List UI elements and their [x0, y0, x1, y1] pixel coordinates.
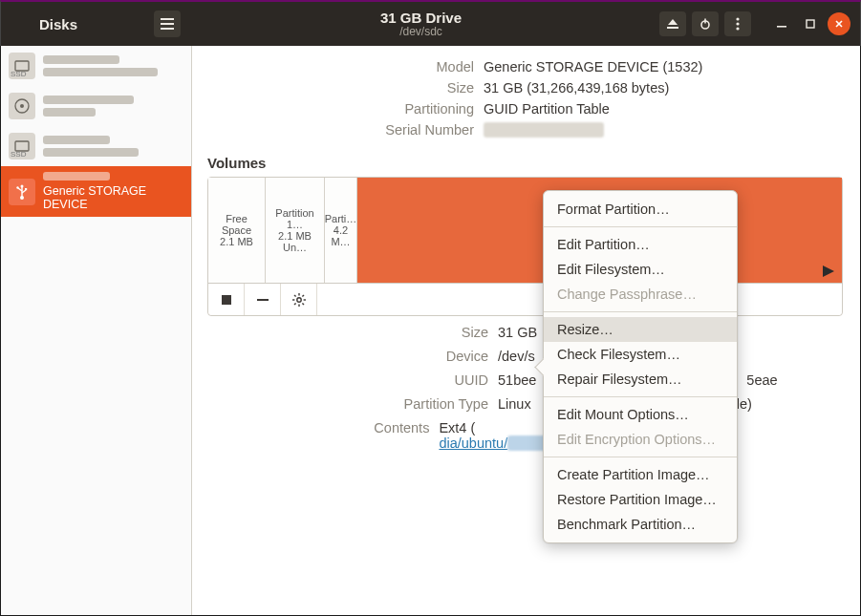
menu-separator	[544, 396, 737, 397]
close-icon	[834, 19, 844, 29]
value-vol-size: 31 GB	[498, 325, 537, 340]
vol-sublabel: 2.1 MB	[220, 236, 253, 247]
svg-rect-4	[667, 27, 678, 29]
svg-point-16	[20, 104, 24, 108]
label-vol-uuid: UUID	[192, 372, 498, 388]
volume-settings-button[interactable]	[281, 284, 317, 315]
drive-subtitle: /dev/sdc	[192, 25, 650, 38]
unmount-button[interactable]	[208, 284, 245, 315]
sidebar-item-selected[interactable]: Generic STORAGE DEVICE	[1, 166, 191, 217]
mounted-indicator-icon	[823, 266, 834, 277]
volume-partition-small[interactable]: Parti… 4.2 M…	[325, 178, 357, 283]
value-vol-uuid-post: 5eae	[746, 372, 777, 388]
svg-point-7	[736, 17, 739, 20]
menu-check-filesystem[interactable]: Check Filesystem…	[544, 342, 737, 367]
label-vol-device: Device	[192, 349, 498, 364]
window-close-button[interactable]	[828, 12, 850, 35]
value-vol-device: /dev/s	[498, 349, 535, 364]
menu-benchmark-partition[interactable]: Benchmark Partition…	[544, 512, 737, 537]
value-model: Generic STORAGE DEVICE (1532)	[484, 59, 702, 74]
maximize-icon	[806, 19, 815, 29]
content-pane: ModelGeneric STORAGE DEVICE (1532) Size3…	[192, 46, 860, 615]
volume-free-space[interactable]: Free Space 2.1 MB	[208, 178, 266, 283]
power-icon	[700, 18, 711, 30]
value-partitioning: GUID Partition Table	[484, 101, 610, 117]
menu-change-passphrase: Change Passphrase…	[544, 282, 737, 307]
volume-context-menu: Format Partition… Edit Partition… Edit F…	[543, 190, 738, 543]
sidebar-item[interactable]	[1, 86, 191, 126]
menu-edit-mount-options[interactable]: Edit Mount Options…	[544, 402, 737, 427]
minus-icon	[257, 299, 269, 301]
eject-icon	[667, 18, 678, 30]
menu-edit-filesystem[interactable]: Edit Filesystem…	[544, 257, 737, 282]
menu-resize[interactable]: Resize…	[544, 317, 737, 342]
svg-marker-3	[668, 19, 678, 25]
ssd-icon: SSD	[9, 53, 35, 79]
kebab-icon	[736, 17, 740, 31]
sidebar-item[interactable]: SSD	[1, 46, 191, 86]
svg-rect-6	[704, 19, 706, 24]
label-partitioning: Partitioning	[192, 101, 484, 117]
value-vol-contents-pre: Ext4 (	[439, 420, 475, 435]
disc-icon	[9, 93, 35, 119]
menu-restore-partition-image[interactable]: Restore Partition Image…	[544, 487, 737, 512]
hamburger-menu-button[interactable]	[154, 11, 181, 37]
gear-icon	[292, 293, 306, 307]
svg-rect-1	[161, 23, 174, 25]
value-vol-ptype-post: le)	[737, 396, 752, 412]
vol-label: Partition 1…	[268, 207, 322, 230]
svg-line-35	[302, 295, 304, 297]
label-serial: Serial Number	[192, 122, 484, 138]
delete-partition-button[interactable]	[245, 284, 281, 315]
drive-title: 31 GB Drive	[192, 10, 650, 26]
window-maximize-button[interactable]	[799, 12, 822, 35]
menu-format-partition[interactable]: Format Partition…	[544, 197, 737, 222]
volumes-box: Free Space 2.1 MB Partition 1… 2.1 MB Un…	[207, 177, 843, 316]
menu-separator	[544, 226, 737, 227]
value-size: 31 GB (31,266,439,168 bytes)	[484, 80, 669, 96]
app-title: Disks	[39, 16, 77, 32]
svg-line-34	[302, 303, 304, 305]
more-actions-button[interactable]	[724, 11, 751, 36]
header-bar: Disks 31 GB Drive /dev/sdc	[0, 0, 861, 46]
svg-rect-23	[25, 188, 27, 190]
svg-marker-25	[823, 266, 834, 277]
svg-point-28	[296, 297, 300, 301]
svg-rect-2	[161, 28, 174, 30]
stop-icon	[222, 295, 231, 305]
menu-separator	[544, 457, 737, 457]
ssd-icon: SSD	[9, 133, 35, 159]
power-button[interactable]	[692, 11, 719, 36]
volume-partition1[interactable]: Partition 1… 2.1 MB Un…	[266, 178, 325, 283]
menu-edit-encryption-options: Edit Encryption Options…	[544, 427, 737, 452]
vol-sublabel: 2.1 MB Un…	[268, 230, 322, 253]
svg-rect-10	[777, 26, 786, 28]
menu-separator	[544, 311, 737, 312]
svg-line-36	[294, 303, 296, 305]
svg-rect-0	[161, 18, 174, 20]
menu-repair-filesystem[interactable]: Repair Filesystem…	[544, 367, 737, 392]
svg-point-24	[16, 186, 18, 188]
device-sidebar: SSD SSD Generic STORAGE DEVICE	[1, 46, 192, 615]
sidebar-item-label: Generic STORAGE DEVICE	[43, 184, 183, 211]
label-vol-ptype: Partition Type	[192, 396, 498, 412]
label-model: Model	[192, 59, 484, 74]
svg-rect-26	[222, 295, 231, 305]
minimize-icon	[777, 19, 786, 29]
vol-label: Parti…	[325, 213, 357, 224]
svg-rect-11	[807, 20, 814, 28]
label-size: Size	[192, 80, 484, 96]
mount-point-link[interactable]: dia/ubuntu/	[439, 435, 507, 451]
volumes-heading: Volumes	[207, 155, 845, 171]
value-vol-uuid-pre: 51bee	[498, 372, 536, 388]
value-vol-ptype-pre: Linux	[498, 396, 531, 412]
menu-create-partition-image[interactable]: Create Partition Image…	[544, 462, 737, 487]
menu-edit-partition[interactable]: Edit Partition…	[544, 232, 737, 257]
svg-line-33	[294, 295, 296, 297]
window-minimize-button[interactable]	[770, 12, 793, 35]
svg-point-9	[736, 27, 739, 30]
sidebar-item[interactable]: SSD	[1, 126, 191, 166]
eject-button[interactable]	[659, 11, 686, 36]
label-vol-contents: Contents	[192, 420, 439, 435]
label-vol-size: Size	[192, 325, 498, 340]
